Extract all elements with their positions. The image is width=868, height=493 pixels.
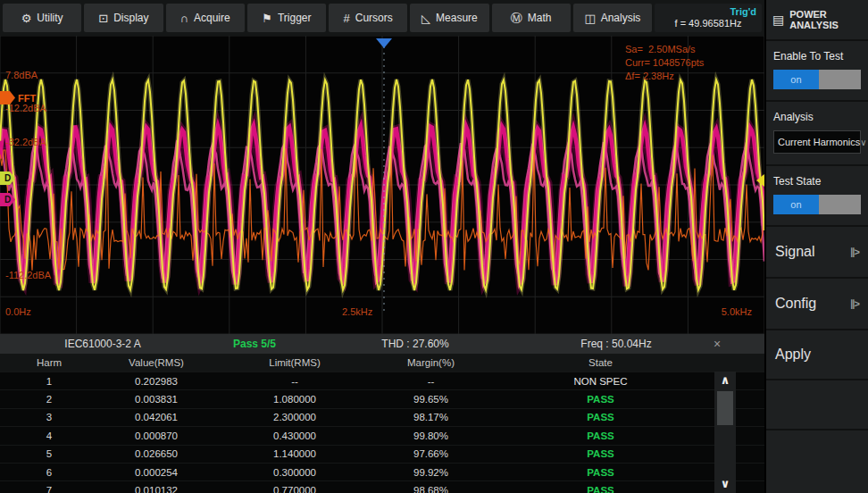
thd-value: THD : 27.60% (304, 338, 527, 350)
header-harm: Harm (0, 357, 98, 368)
menu-measure[interactable]: ◺ Measure (410, 4, 488, 32)
table-row[interactable]: 70.0101320.77000098.68%PASS (0, 480, 764, 493)
oscilloscope-screen: ⚙ Utility ⊡ Display ∩ Acquire ⚑ Trigger … (0, 0, 868, 493)
table-row[interactable]: 30.0420612.30000098.17%PASS (0, 408, 764, 426)
table-row[interactable]: 10.202983----NON SPEC (0, 372, 764, 389)
margin-cell: 99.92% (375, 467, 487, 478)
state-cell: NON SPEC (487, 376, 714, 387)
menu-analysis-label: Analysis (601, 12, 641, 24)
close-icon[interactable]: × (705, 334, 729, 354)
margin-cell: 99.80% (375, 430, 487, 441)
toggle-on-segment: on (773, 195, 819, 214)
menu-analysis[interactable]: ◫ Analysis (573, 4, 652, 32)
harm-cell: 4 (0, 430, 98, 441)
scrollbar-thumb[interactable] (717, 391, 733, 425)
fft-scale-label-bottom: -112.2dBA (5, 270, 51, 280)
menu-trigger[interactable]: ⚑ Trigger (247, 4, 326, 32)
limit-cell: 1.140000 (214, 448, 375, 459)
menu-acquire-label: Acquire (194, 12, 230, 24)
enable-to-test-label: Enable To Test (773, 50, 861, 63)
table-scrollbar[interactable]: ∧ ∨ (714, 372, 736, 493)
panel-empty-section (766, 380, 868, 430)
signal-label: Signal (775, 244, 814, 260)
flag-icon: ⚑ (262, 13, 272, 24)
power-analysis-panel: ▤ POWER ANALYSIS Enable To Test on Analy… (764, 0, 868, 493)
margin-cell: 99.65% (375, 394, 487, 405)
apply-label: Apply (775, 347, 811, 363)
notebook-icon: ▤ (772, 13, 784, 26)
state-cell: PASS (487, 394, 714, 405)
fft-trace-marker[interactable]: FFT (0, 91, 36, 104)
test-state-section: Test State on (766, 166, 868, 227)
enable-to-test-section: Enable To Test on (766, 41, 868, 102)
table-row[interactable]: 60.0002540.30000099.92%PASS (0, 463, 764, 480)
toggle-off-segment (819, 195, 861, 214)
menu-math-label: Math (528, 12, 552, 24)
limit-cell: 0.770000 (214, 485, 375, 493)
value-cell: 0.042061 (98, 412, 214, 422)
value-cell: 0.003831 (98, 394, 214, 405)
table-row[interactable]: 50.0266501.14000097.66%PASS (0, 445, 764, 463)
config-label: Config (775, 296, 816, 312)
scroll-up-icon[interactable]: ∧ (714, 372, 736, 389)
monitor-icon: ⊡ (98, 13, 108, 24)
menu-bar: ⚙ Utility ⊡ Display ∩ Acquire ⚑ Trigger … (0, 0, 764, 36)
panel-title: POWER ANALYSIS (789, 9, 862, 30)
analysis-label: Analysis (773, 111, 861, 123)
freq-axis-label-right: 5.0kHz (722, 306, 752, 317)
apply-button[interactable]: Apply (766, 330, 868, 380)
table-title-row: IEC61000-3-2 A Pass 5/5 THD : 27.60% Fre… (0, 334, 764, 354)
value-cell: 0.000870 (98, 430, 214, 441)
margin-cell: 97.66% (375, 448, 487, 459)
pass-status: Pass 5/5 (205, 338, 304, 350)
table-row[interactable]: 20.0038311.08000099.65%PASS (0, 389, 764, 407)
analysis-dropdown[interactable]: Current Harmonics ∨ (773, 130, 861, 154)
limit-cell: 1.080000 (214, 394, 375, 405)
test-state-toggle[interactable]: on (773, 195, 861, 214)
enable-to-test-toggle[interactable]: on (773, 70, 861, 89)
header-state: State (487, 357, 714, 368)
trigger-position-icon[interactable] (376, 38, 392, 48)
harm-cell: 3 (0, 412, 98, 422)
trigger-status-box[interactable]: Trig'd f = 49.96581Hz (655, 4, 762, 32)
harm-cell: 7 (0, 485, 98, 493)
scroll-down-icon[interactable]: ∨ (714, 475, 736, 493)
analysis-section: Analysis Current Harmonics ∨ (766, 102, 868, 166)
harm-cell: 6 (0, 467, 98, 478)
margin-cell: 98.17% (375, 412, 487, 422)
table-row[interactable]: 40.0008700.43000099.80%PASS (0, 426, 764, 444)
state-cell: PASS (487, 485, 714, 493)
harm-cell: 1 (0, 376, 98, 387)
menu-display[interactable]: ⊡ Display (84, 4, 163, 32)
config-menu-item[interactable]: Config ∥> (766, 279, 868, 330)
acquisition-info: Sa= 2.50MSa/sCurr= 1048576ptsΔf= 2.38Hz (625, 43, 704, 83)
limit-cell: -- (214, 376, 375, 387)
freq-axis-label-left: 0.0Hz (5, 306, 31, 317)
state-cell: PASS (487, 448, 714, 459)
menu-utility-label: Utility (37, 12, 63, 24)
waveform-display[interactable]: Sa= 2.50MSa/sCurr= 1048576ptsΔf= 2.38Hz … (0, 36, 764, 334)
harm-cell: 5 (0, 448, 98, 459)
limit-cell: 2.300000 (214, 412, 375, 422)
ruler-icon: ◺ (421, 13, 430, 24)
value-cell: 0.010132 (98, 485, 214, 493)
menu-utility[interactable]: ⚙ Utility (3, 4, 81, 32)
signal-menu-item[interactable]: Signal ∥> (766, 227, 868, 279)
trigger-level-icon[interactable] (756, 174, 764, 187)
freq-value: Freq : 50.04Hz (527, 338, 705, 350)
fft-marker-icon (0, 91, 15, 104)
menu-cursors[interactable]: # Cursors (329, 4, 407, 32)
menu-cursors-label: Cursors (355, 12, 393, 24)
test-state-label: Test State (773, 175, 861, 188)
menu-math[interactable]: Ⓜ Math (492, 4, 571, 32)
submenu-arrow-icon: ∥> (850, 298, 859, 310)
analysis-selected-value: Current Harmonics (778, 137, 860, 147)
menu-trigger-label: Trigger (278, 12, 312, 24)
math-icon: Ⓜ (511, 13, 522, 24)
limit-cell: 0.430000 (214, 430, 375, 441)
menu-measure-label: Measure (436, 12, 478, 24)
menu-acquire[interactable]: ∩ Acquire (166, 4, 245, 32)
acquire-icon: ∩ (180, 13, 188, 24)
fft-scale-label-top: 7.8dBA (5, 70, 38, 80)
header-limit: Limit(RMS) (214, 357, 375, 368)
